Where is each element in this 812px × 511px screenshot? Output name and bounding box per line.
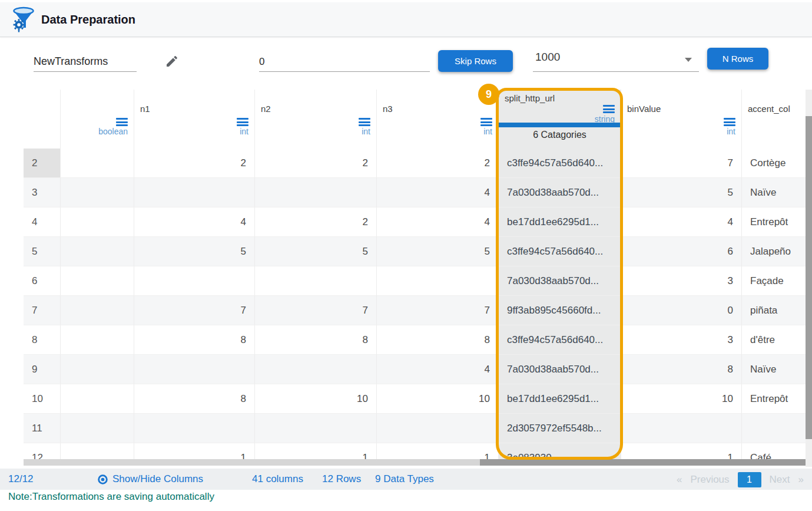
cell-accent_col: Entrepôt: [742, 207, 812, 237]
cell-n2: 10: [255, 384, 377, 414]
cell-split_http_url: be17dd1ee6295d1...: [499, 207, 621, 237]
cell-n3: 7: [377, 296, 499, 325]
n-rows-button[interactable]: N Rows: [707, 48, 768, 70]
cell-rownum: 6: [24, 266, 61, 296]
cell-n3: 10: [377, 384, 499, 414]
column-title: split_http_url: [505, 93, 555, 103]
cell-n2: 1: [255, 443, 377, 459]
pagination-page-1[interactable]: 1: [738, 472, 761, 487]
cell-rownum: 12: [24, 443, 61, 459]
cell-accent_col: Jalapeño: [742, 237, 812, 266]
cell-accent_col: Naïve: [742, 355, 812, 384]
cell-boolean_col: [61, 414, 134, 443]
cell-n1: 5: [134, 237, 255, 266]
column-menu-icon[interactable]: [603, 105, 615, 115]
cell-binValue: 1: [621, 443, 742, 459]
cell-accent_col: [742, 414, 812, 443]
table-row: 77779ff3ab895c45660fd...0piñata: [24, 296, 812, 325]
edit-pencil-icon[interactable]: [165, 54, 179, 68]
column-header-split_http_url[interactable]: split_http_urlstring6 Catagories: [499, 90, 621, 149]
gear-icon: [14, 19, 25, 32]
table-row: 121113e083930...1Café: [24, 443, 812, 459]
status-bar: 12/12 Show/Hide Columns 41 columns 12 Ro…: [0, 469, 812, 490]
table-row: 2222c3ffe94c57a56d640...7Cortège: [24, 149, 812, 178]
pagination-next-arrow[interactable]: »: [798, 474, 804, 486]
cell-n2: [255, 355, 377, 384]
horizontal-scrollbar[interactable]: [24, 459, 812, 466]
column-title: accent_col: [748, 104, 790, 114]
horizontal-scrollbar-thumb[interactable]: [480, 459, 812, 466]
categories-bar: [499, 123, 621, 127]
vertical-scrollbar-thumb[interactable]: [806, 116, 812, 439]
cell-rownum: 11: [24, 414, 61, 443]
cell-boolean_col: [61, 355, 134, 384]
cell-n1: 7: [134, 296, 255, 325]
cell-binValue: 0: [621, 296, 742, 325]
column-title: n2: [261, 104, 271, 114]
cell-binValue: 8: [621, 355, 742, 384]
cell-split_http_url: 2d3057972ef5548b...: [499, 414, 621, 443]
column-title: n1: [140, 104, 150, 114]
column-header-boolean_col[interactable]: boolean: [61, 90, 134, 149]
cell-n3: 5: [377, 237, 499, 266]
cell-n2: 7: [255, 296, 377, 325]
cell-n1: [134, 178, 255, 207]
cell-n1: 8: [134, 384, 255, 414]
cell-boolean_col: [61, 266, 134, 296]
cell-boolean_col: [61, 207, 134, 237]
autosave-note: Note:Transformations are saving automati…: [8, 491, 214, 503]
pagination-prev-button[interactable]: Previous: [690, 474, 729, 486]
cell-split_http_url: 3e083930...: [499, 443, 621, 459]
table-row: 5555c3ffe94c57a56d640...6Jalapeño: [24, 237, 812, 266]
transform-name-input[interactable]: [34, 52, 137, 72]
skip-rows-button[interactable]: Skip Rows: [438, 50, 513, 72]
column-type-label: int: [362, 127, 370, 136]
cell-accent_col: Entrepôt: [742, 384, 812, 414]
column-header-binValue[interactable]: binValueint: [621, 90, 742, 149]
table-row: 8888c3ffe94c57a56d640...3d'être: [24, 325, 812, 355]
cell-split_http_url: c3ffe94c57a56d640...: [499, 149, 621, 178]
table-row: 947a030d38aab570d...8Naïve: [24, 355, 812, 384]
cell-boolean_col: [61, 237, 134, 266]
column-header-n2[interactable]: n2int: [255, 90, 377, 149]
pagination-next-button[interactable]: Next: [770, 474, 790, 486]
column-header-n1[interactable]: n1int: [134, 90, 255, 149]
cell-split_http_url: c3ffe94c57a56d640...: [499, 237, 621, 266]
columns-count-label: 41 columns: [252, 473, 303, 485]
column-header-accent_col[interactable]: accent_col: [742, 90, 812, 149]
skip-rows-input[interactable]: [259, 52, 430, 72]
cell-n2: 5: [255, 237, 377, 266]
cell-n1: 8: [134, 325, 255, 355]
cell-rownum: 4: [24, 207, 61, 237]
column-type-label: int: [727, 127, 735, 136]
cell-boolean_col: [61, 443, 134, 459]
table-row: 4424be17dd1ee6295d1...4Entrepôt: [24, 207, 812, 237]
cell-n1: [134, 414, 255, 443]
table-row: 112d3057972ef5548b...: [24, 414, 812, 443]
rows-count-label: 12 Rows: [322, 473, 361, 485]
cell-n2: [255, 414, 377, 443]
cell-binValue: 10: [621, 384, 742, 414]
cell-binValue: 5: [621, 178, 742, 207]
cell-accent_col: Cortège: [742, 149, 812, 178]
vertical-scrollbar[interactable]: [806, 90, 812, 467]
show-hide-columns-button[interactable]: Show/Hide Columns: [97, 473, 203, 485]
cell-accent_col: Façade: [742, 266, 812, 296]
pagination-prev-arrow[interactable]: «: [677, 474, 682, 486]
pagination: « Previous 1 Next »: [677, 472, 804, 487]
cell-accent_col: Naïve: [742, 178, 812, 207]
cell-n1: [134, 266, 255, 296]
column-type-label: boolean: [98, 127, 128, 136]
cell-n3: 8: [377, 325, 499, 355]
table-row: 347a030d38aab570d...5Naïve: [24, 178, 812, 207]
column-type-label: int: [240, 127, 248, 136]
cell-rownum: 3: [24, 178, 61, 207]
cell-boolean_col: [61, 384, 134, 414]
cell-n3: 4: [377, 207, 499, 237]
cell-binValue: 3: [621, 266, 742, 296]
cell-split_http_url: 7a030d38aab570d...: [499, 266, 621, 296]
cell-n2: [255, 266, 377, 296]
nrows-select[interactable]: 1000: [533, 48, 699, 72]
step-badge: 9: [478, 84, 499, 105]
cell-accent_col: piñata: [742, 296, 812, 325]
